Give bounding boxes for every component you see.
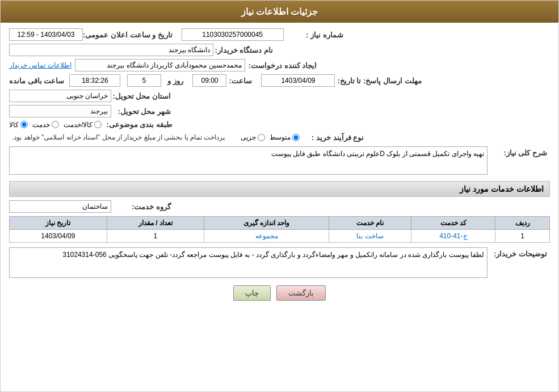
radio-motavaset-label[interactable]: متوسط	[270, 133, 300, 141]
radio-khedmat-label[interactable]: خدمت	[32, 121, 59, 129]
description-textarea[interactable]	[9, 146, 487, 175]
table-row: 1ج-41-410ساخت بنامجموعه11403/04/09	[10, 230, 550, 243]
announce-date-label: تاریخ و ساعت اعلان عمومی:	[83, 31, 175, 39]
category-radio-group: کالا/خدمت خدمت کالا	[9, 121, 102, 129]
category-label: طبقه بندی موضوعی:	[106, 120, 175, 129]
org-name-input	[9, 44, 213, 56]
creator-label: ایجاد کننده درخواست:	[249, 61, 320, 70]
buyer-notes-label: توضیحات خریدار:	[487, 247, 550, 258]
col-row: ردیف	[495, 217, 550, 230]
radio-kala-khedmat[interactable]	[94, 121, 102, 128]
org-name-label: نام دستگاه خریدار:	[213, 46, 276, 54]
action-buttons: بازگشت چاپ	[9, 285, 550, 309]
remaining-time-label: ساعت باقی مانده	[9, 77, 67, 85]
response-time-label: ساعت:	[229, 77, 254, 85]
service-group-input	[9, 200, 111, 213]
response-deadline-label: مهلت ارسال پاسخ: تا تاریخ:	[337, 77, 424, 85]
col-unit: واحد اندازه گیری	[204, 217, 329, 230]
need-number-label: شماره نیاز :	[284, 31, 346, 39]
creator-contact-link[interactable]: اطلاعات تماس خریدار	[9, 61, 72, 69]
province-input	[9, 90, 111, 102]
radio-kala-label[interactable]: کالا	[9, 121, 28, 129]
remaining-time-input	[69, 74, 120, 87]
col-code: کد خدمت	[411, 217, 495, 230]
response-time-input	[192, 74, 226, 87]
radio-motavaset[interactable]	[292, 134, 300, 141]
description-label: شرح کلی نیاز:	[487, 146, 550, 157]
radio-kala[interactable]	[20, 121, 28, 128]
back-button[interactable]: بازگشت	[276, 285, 326, 301]
response-date-input	[261, 74, 335, 87]
need-number-input	[182, 28, 284, 41]
buyer-notes-textarea[interactable]	[9, 247, 487, 278]
purchase-type-label: نوع فرآیند خرید :	[304, 133, 367, 142]
city-label: شهر محل تحویل:	[111, 107, 174, 116]
radio-kala-khedmat-label[interactable]: کالا/خدمت	[64, 121, 102, 129]
services-section-title: اطلاعات خدمات مورد نیاز	[9, 181, 550, 197]
radio-jozvi-label[interactable]: جزیی	[241, 133, 265, 141]
creator-input	[75, 59, 245, 71]
services-table: ردیف کد خدمت نام خدمت واحد اندازه گیری ت…	[9, 216, 550, 243]
col-date: تاریخ نیاز	[10, 217, 107, 230]
city-input	[9, 105, 111, 117]
print-button[interactable]: چاپ	[233, 285, 271, 301]
radio-jozvi[interactable]	[258, 134, 265, 141]
radio-khedmat[interactable]	[52, 121, 59, 128]
remaining-days-input	[127, 74, 161, 87]
province-label: استان محل تحویل:	[111, 92, 174, 100]
purchase-type-radio-group: متوسط جزیی	[241, 133, 300, 141]
remaining-days-label: روز و	[163, 77, 186, 85]
purchase-notice: پرداخت تمام یا بخشی از مبلغ خریدار از مح…	[9, 132, 228, 143]
col-name: نام خدمت	[329, 217, 411, 230]
service-group-label: گروه خدمت:	[111, 203, 174, 211]
page-title: جزئیات اطلاعات نیاز	[1, 1, 558, 23]
col-qty: تعداد / مقدار	[107, 217, 204, 230]
announce-date-input	[9, 28, 83, 41]
